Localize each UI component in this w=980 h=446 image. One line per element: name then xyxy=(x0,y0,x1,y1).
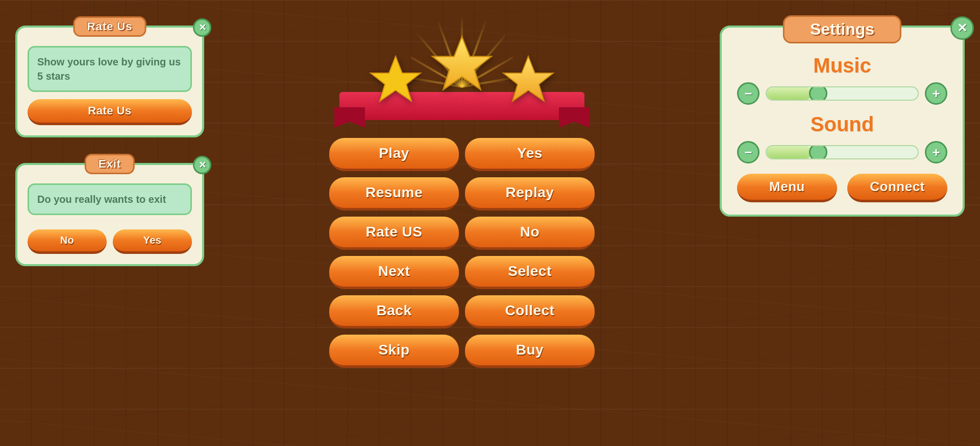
music-plus-button[interactable]: + xyxy=(925,82,947,105)
left-column: Rate Us ✕ Show yours love by giving us 5… xyxy=(15,10,204,266)
rate-us-content: Show yours love by giving us 5 stars xyxy=(28,46,192,92)
sound-slider-track[interactable] xyxy=(766,145,919,159)
sound-minus-button[interactable]: − xyxy=(737,141,760,163)
exit-close-button[interactable]: ✕ xyxy=(193,156,211,174)
skip-button[interactable]: Skip xyxy=(329,335,459,368)
center-column: PlayYesResumeReplayRate USNoNextSelectBa… xyxy=(204,10,720,368)
layout: Rate Us ✕ Show yours love by giving us 5… xyxy=(0,0,980,446)
svg-marker-0 xyxy=(371,56,421,101)
exit-buttons-row: No Yes xyxy=(28,222,192,254)
sound-slider-fill xyxy=(767,146,812,158)
ribbon-left-tail xyxy=(334,107,365,128)
collect-button[interactable]: Collect xyxy=(465,295,595,328)
exit-panel: Exit ✕ Do you really wants to exit No Ye… xyxy=(15,163,204,266)
exit-panel-title: Exit xyxy=(85,154,135,174)
yes-button[interactable]: Yes xyxy=(465,138,595,171)
svg-marker-1 xyxy=(432,36,492,89)
stars-row xyxy=(368,33,556,107)
play-button[interactable]: Play xyxy=(329,138,459,171)
exit-yes-button[interactable]: Yes xyxy=(113,229,192,254)
sound-label: Sound xyxy=(737,113,947,136)
music-slider-row: − + xyxy=(737,82,947,105)
settings-panel: Settings ✕ Music − + Sound − + xyxy=(720,26,965,217)
sound-slider-thumb[interactable] xyxy=(809,145,827,159)
no-button[interactable]: No xyxy=(465,217,595,250)
svg-marker-2 xyxy=(503,56,553,101)
select-button[interactable]: Select xyxy=(465,256,595,289)
exit-no-button[interactable]: No xyxy=(28,229,107,254)
replay-button[interactable]: Replay xyxy=(465,177,595,210)
rate-us-button[interactable]: Rate Us xyxy=(28,99,192,125)
game-buttons-grid: PlayYesResumeReplayRate USNoNextSelectBa… xyxy=(329,138,595,368)
back-button[interactable]: Back xyxy=(329,295,459,328)
rate-us-close-button[interactable]: ✕ xyxy=(193,18,211,37)
stars-banner xyxy=(334,10,590,128)
music-label: Music xyxy=(737,54,947,77)
star-1 xyxy=(368,54,424,107)
music-slider-fill xyxy=(767,87,812,100)
settings-bottom-buttons: Menu Connect xyxy=(737,174,947,202)
star-2 xyxy=(429,33,495,97)
music-slider-thumb[interactable] xyxy=(809,86,827,101)
settings-panel-title: Settings xyxy=(783,15,901,43)
exit-content: Do you really wants to exit xyxy=(28,183,192,215)
settings-close-button[interactable]: ✕ xyxy=(950,16,974,40)
right-column: Settings ✕ Music − + Sound − + xyxy=(720,10,965,217)
rate-us-panel-title: Rate Us xyxy=(74,16,146,37)
resume-button[interactable]: Resume xyxy=(329,177,459,210)
star-3 xyxy=(500,54,556,107)
sound-slider-row: − + xyxy=(737,141,947,163)
next-button[interactable]: Next xyxy=(329,256,459,289)
music-slider-track[interactable] xyxy=(766,86,919,101)
music-minus-button[interactable]: − xyxy=(737,82,760,105)
ribbon-right-tail xyxy=(559,107,590,128)
connect-button[interactable]: Connect xyxy=(847,174,947,202)
menu-button[interactable]: Menu xyxy=(737,174,837,202)
rate-us-panel: Rate Us ✕ Show yours love by giving us 5… xyxy=(15,26,204,137)
rate-us-button[interactable]: Rate US xyxy=(329,217,459,250)
buy-button[interactable]: Buy xyxy=(465,335,595,368)
sound-plus-button[interactable]: + xyxy=(925,141,947,163)
